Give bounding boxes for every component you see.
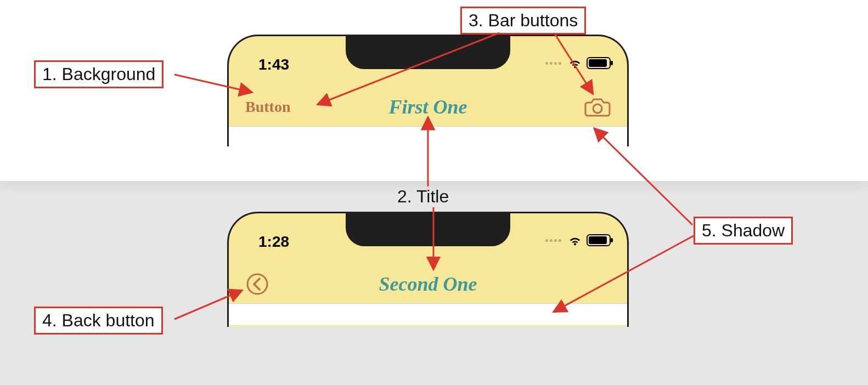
navigation-bar: Button First One [229,90,627,124]
battery-icon [587,234,611,246]
content-area [229,126,627,146]
wifi-icon [568,234,582,246]
navigation-bar: Second One [229,267,627,301]
status-bar-time: 1:28 [258,233,289,251]
cellular-dots-icon [545,239,561,242]
svg-point-1 [247,274,267,294]
left-bar-button[interactable]: Button [245,98,290,116]
battery-icon [587,57,611,69]
status-bar: 1:43 [229,36,627,75]
annotation-background: 1. Background [34,60,164,88]
annotation-back-button: 4. Back button [34,307,163,335]
phone-mockup-second: 1:28 Second One [227,212,629,327]
annotation-title: 2. Title [397,186,449,207]
annotation-bar-buttons: 3. Bar buttons [460,7,586,35]
wifi-icon [568,57,582,69]
navigation-title: First One [311,95,545,118]
status-bar: 1:28 [229,213,627,252]
content-area [229,303,627,325]
camera-icon[interactable] [584,96,611,118]
phone-mockup-first: 1:43 Button First One [227,35,629,146]
cellular-dots-icon [545,62,561,65]
back-button[interactable] [245,272,269,296]
svg-point-0 [593,104,602,113]
status-bar-time: 1:43 [258,56,289,73]
annotation-shadow: 5. Shadow [694,217,793,245]
navigation-title: Second One [311,273,545,296]
